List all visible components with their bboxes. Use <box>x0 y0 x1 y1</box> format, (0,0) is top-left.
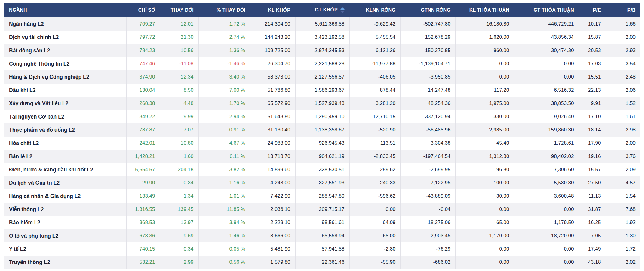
change-cell: 1.34 <box>160 189 198 203</box>
table-row[interactable]: Bất động sản L2784.2310.561.36 %109,725.… <box>4 44 640 57</box>
sector-table-container: NGÀNHCHỈ SỐTHAY ĐỔI% THAY ĐỔIKL KHỚPGT K… <box>0 0 644 269</box>
matched-volume-cell: 3,666.00 <box>250 229 295 242</box>
column-header-foreign-net-value[interactable]: GTNN RÒNG <box>400 3 455 17</box>
sector-name-cell: Tài nguyên Cơ bản L2 <box>4 110 126 123</box>
putthrough-value-cell: 1,179.50 <box>514 216 579 229</box>
sector-name-cell: Xây dựng và Vật liệu L2 <box>4 97 126 110</box>
pe-cell: 20.53 <box>579 44 606 57</box>
putthrough-volume-cell: 96.80 <box>455 163 514 176</box>
column-header-change[interactable]: THAY ĐỔI <box>160 3 198 17</box>
change-cell: 7.07 <box>160 123 198 137</box>
table-row[interactable]: Hàng cá nhân & Gia dụng L2133.491.341.01… <box>4 189 640 203</box>
change-cell: 12.34 <box>160 70 198 84</box>
column-header-putthrough-value[interactable]: GT THỎA THUẬN <box>514 3 579 17</box>
column-header-pe[interactable]: P/E <box>579 3 606 17</box>
putthrough-volume-cell: 30.00 <box>455 189 514 203</box>
matched-volume-cell: 13,718.70 <box>250 150 295 163</box>
foreign-net-value-cell: 7,122.95 <box>400 176 455 189</box>
table-row[interactable]: Tài nguyên Cơ bản L2349.229.992.94 %51,6… <box>4 110 640 123</box>
foreign-net-volume-cell: -11,977.88 <box>349 57 400 70</box>
matched-value-cell: 1,138,358.67 <box>295 123 349 137</box>
putthrough-value-cell: 446,729.21 <box>514 17 579 31</box>
foreign-net-volume-cell: -2,833.45 <box>349 150 400 163</box>
pct-change-cell: 2.94 % <box>198 110 250 123</box>
foreign-net-volume-cell: -520.90 <box>349 123 400 137</box>
table-row[interactable]: Xây dựng và Vật liệu L2268.384.481.70 %6… <box>4 97 640 110</box>
pb-cell: 1.61 <box>606 110 640 123</box>
column-header-sector[interactable]: NGÀNH <box>4 3 126 17</box>
index-cell: 242.01 <box>126 137 160 150</box>
table-row[interactable]: Bán lẻ L21,428.211.600.11 %13,718.70904,… <box>4 150 640 163</box>
index-cell: 349.22 <box>126 110 160 123</box>
foreign-net-value-cell: -197,464.54 <box>400 150 455 163</box>
foreign-net-volume-cell: 0.00 <box>349 203 400 216</box>
putthrough-value-cell: 1,728.61 <box>514 137 579 150</box>
pe-cell: 17.10 <box>579 110 606 123</box>
column-header-matched-volume[interactable]: KL KHỚP <box>250 3 295 17</box>
pb-cell: 1.30 <box>606 229 640 242</box>
table-row[interactable]: Hóa chất L2242.0110.804.67 %24,988.00926… <box>4 137 640 150</box>
putthrough-value-cell: 0.00 <box>514 57 579 70</box>
change-cell: 8.50 <box>160 84 198 97</box>
foreign-net-volume-cell: 64.09 <box>349 216 400 229</box>
column-header-pct-change[interactable]: % THAY ĐỔI <box>198 3 250 17</box>
pb-cell: 1.52 <box>606 97 640 110</box>
table-row[interactable]: Y tế L2740.150.340.05 %5,481.9057,941.58… <box>4 242 640 256</box>
index-cell: 797.72 <box>126 31 160 44</box>
putthrough-volume-cell: 117.20 <box>455 84 514 97</box>
pct-change-cell: 1.36 % <box>198 44 250 57</box>
change-cell: 13.97 <box>160 216 198 229</box>
column-header-putthrough-volume[interactable]: KL THỎA THUẬN <box>455 3 514 17</box>
index-cell: 374.90 <box>126 70 160 84</box>
pb-cell: 7.68 <box>606 203 640 216</box>
foreign-net-value-cell: -1,139,104.71 <box>400 57 455 70</box>
foreign-net-value-cell: 152,678.29 <box>400 31 455 44</box>
table-row[interactable]: Truyền thông L2532.212.990.56 %1,579.802… <box>4 256 640 269</box>
matched-volume-cell: 214,304.90 <box>250 17 295 31</box>
table-row[interactable]: Bảo hiểm L2368.5313.973.94 %2,229.1098,5… <box>4 216 640 229</box>
column-header-pb[interactable]: P/B <box>606 3 640 17</box>
foreign-net-volume-cell: 65.00 <box>349 229 400 242</box>
foreign-net-volume-cell: -9,629.42 <box>349 17 400 31</box>
table-row[interactable]: Ngân hàng L2709.2712.011.72 %214,304.905… <box>4 17 640 31</box>
putthrough-volume-cell: 1,620.00 <box>455 31 514 44</box>
table-row[interactable]: Viễn thông L21,316.55139.4511.85 %2,036.… <box>4 203 640 216</box>
column-header-foreign-net-volume[interactable]: KLNN RÒNG <box>349 3 400 17</box>
matched-volume-cell: 144,243.20 <box>250 31 295 44</box>
index-cell: 673.36 <box>126 229 160 242</box>
matched-value-cell: 2,874,245.53 <box>295 44 349 57</box>
sector-name-cell: Viễn thông L2 <box>4 203 126 216</box>
change-cell: 1.60 <box>160 150 198 163</box>
column-header-matched-value[interactable]: GT KHỚP <box>295 3 349 17</box>
table-row[interactable]: Du lịch và Giải trí L229.900.341.16 %4,2… <box>4 176 640 189</box>
change-cell: 0.34 <box>160 176 198 189</box>
sector-name-cell: Bất động sản L2 <box>4 44 126 57</box>
index-cell: 709.27 <box>126 17 160 31</box>
table-row[interactable]: Ô tô và phụ tùng L2673.369.691.46 %3,666… <box>4 229 640 242</box>
pe-cell: 43.18 <box>579 256 606 269</box>
table-row[interactable]: Công nghệ Thông tin L2747.46-11.08-1.46 … <box>4 57 640 70</box>
table-row[interactable]: Hàng & Dịch vụ Công nghiệp L2374.9012.34… <box>4 70 640 84</box>
matched-volume-cell: 31,130.40 <box>250 123 295 137</box>
pe-cell: 15.57 <box>579 163 606 176</box>
putthrough-value-cell: 18,720.00 <box>514 229 579 242</box>
matched-value-cell: 904,621.19 <box>295 150 349 163</box>
sector-name-cell: Dịch vụ tài chính L2 <box>4 31 126 44</box>
pb-cell: 2.93 <box>606 44 640 57</box>
foreign-net-volume-cell: 878.44 <box>349 84 400 97</box>
table-row[interactable]: Dầu khí L2130.048.507.00 %51,786.801,586… <box>4 84 640 97</box>
putthrough-volume-cell: 1,312.30 <box>455 150 514 163</box>
column-header-index[interactable]: CHỈ SỐ <box>126 3 160 17</box>
pct-change-cell: 0.11 % <box>198 150 250 163</box>
table-row[interactable]: Dịch vụ tài chính L2797.7221.302.74 %144… <box>4 31 640 44</box>
column-header-label: NGÀNH <box>9 8 27 13</box>
sort-asc-desc-icon <box>340 7 345 13</box>
putthrough-volume-cell: 100.00 <box>455 176 514 189</box>
matched-volume-cell: 4,243.00 <box>250 176 295 189</box>
foreign-net-volume-cell: -55.90 <box>349 256 400 269</box>
putthrough-value-cell: 30,474.30 <box>514 44 579 57</box>
table-row[interactable]: Điện, nước & xăng dầu khí đốt L25,554.57… <box>4 163 640 176</box>
pct-change-cell: 1.70 % <box>198 97 250 110</box>
matched-volume-cell: 7,422.90 <box>250 189 295 203</box>
table-row[interactable]: Thực phẩm và đồ uống L2787.877.070.91 %3… <box>4 123 640 137</box>
